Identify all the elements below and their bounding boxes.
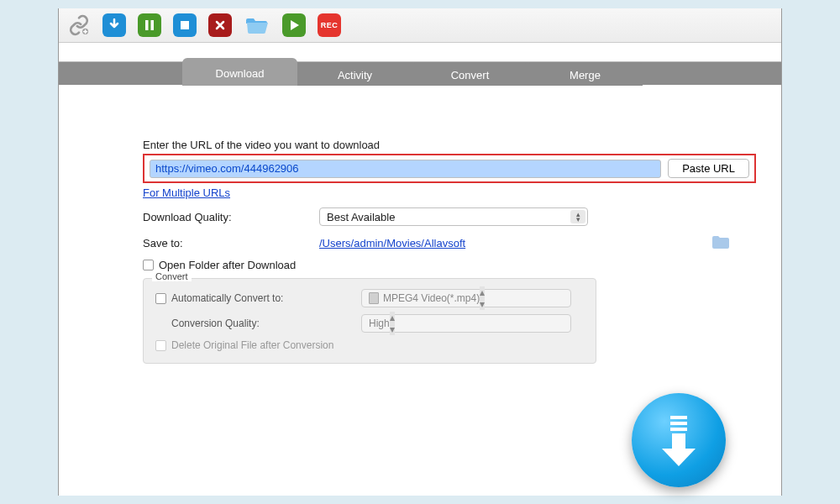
multiple-urls-link[interactable]: For Multiple URLs	[143, 186, 230, 199]
tab-convert[interactable]: Convert	[412, 62, 528, 86]
convert-format-select[interactable]: MPEG4 Video(*.mp4) ▴▾	[361, 289, 571, 307]
tab-merge[interactable]: Merge	[528, 62, 643, 86]
conversion-quality-value: High	[369, 318, 390, 329]
toolbar: REC	[59, 8, 781, 43]
url-row-highlight: Paste URL	[143, 154, 756, 183]
svg-rect-1	[145, 20, 149, 30]
play-icon[interactable]	[282, 13, 306, 37]
browse-folder-icon[interactable]	[711, 234, 731, 252]
chevron-updown-icon: ▴▾	[480, 286, 485, 310]
convert-legend: Convert	[152, 271, 192, 281]
save-to-label: Save to:	[143, 237, 319, 249]
save-path-link[interactable]: /Users/admin/Movies/Allavsoft	[319, 237, 465, 249]
chevron-updown-icon: ▴▾	[570, 210, 585, 223]
main-panel: Enter the URL of the video you want to d…	[59, 85, 781, 364]
file-icon	[369, 292, 379, 304]
tab-download[interactable]: Download	[182, 58, 297, 86]
conversion-quality-select[interactable]: High ▴▾	[361, 314, 571, 333]
svg-rect-3	[181, 21, 189, 29]
record-icon[interactable]: REC	[318, 13, 341, 37]
pause-icon[interactable]	[138, 13, 161, 37]
conversion-quality-label: Conversion Quality:	[171, 318, 260, 329]
auto-convert-label: Automatically Convert to:	[171, 292, 283, 304]
convert-format-value: MPEG4 Video(*.mp4)	[383, 292, 480, 304]
chevron-updown-icon: ▴▾	[390, 312, 395, 335]
download-quality-select[interactable]: Best Available ▴▾	[319, 207, 588, 226]
svg-rect-7	[672, 433, 685, 450]
convert-fieldset: Convert Automatically Convert to: MPEG4 …	[143, 278, 596, 364]
link-icon[interactable]	[67, 13, 91, 37]
app-window: REC Download Activity Convert Merge Ente…	[58, 8, 782, 496]
tab-row: Download Activity Convert Merge	[59, 61, 781, 85]
open-folder-icon[interactable]	[244, 13, 270, 37]
paste-url-button[interactable]: Paste URL	[668, 159, 749, 178]
url-input[interactable]	[150, 160, 661, 178]
svg-rect-2	[151, 20, 155, 30]
delete-icon[interactable]	[208, 13, 232, 37]
open-folder-checkbox[interactable]	[143, 260, 154, 270]
stop-icon[interactable]	[173, 13, 197, 37]
download-icon[interactable]	[102, 13, 126, 37]
tab-activity[interactable]: Activity	[297, 62, 412, 86]
open-folder-label: Open Folder after Download	[159, 259, 296, 271]
download-quality-label: Download Quality:	[143, 211, 319, 223]
delete-original-checkbox[interactable]	[155, 340, 166, 351]
delete-original-label: Delete Original File after Conversion	[171, 339, 333, 351]
svg-rect-5	[670, 422, 687, 425]
download-quality-value: Best Available	[327, 211, 395, 223]
svg-rect-6	[670, 428, 687, 431]
svg-rect-4	[670, 416, 687, 419]
url-prompt-label: Enter the URL of the video you want to d…	[143, 139, 756, 151]
auto-convert-checkbox[interactable]	[155, 293, 166, 304]
start-download-button[interactable]	[632, 393, 726, 487]
